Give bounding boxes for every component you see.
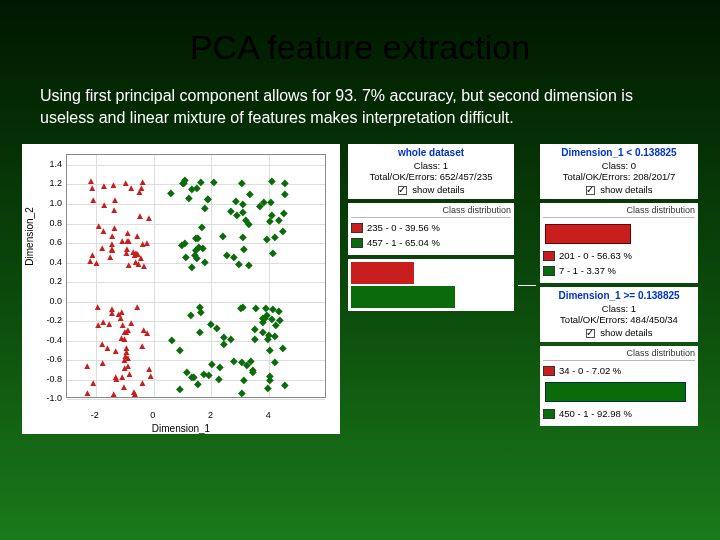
y-tick: -1.0 [22, 393, 62, 403]
point-class0-icon: ▲ [112, 374, 122, 384]
scatter-plot: Dimension_2 Dimension_1 ▲▲▲▲▲▲▲▲▲▲▲▲▲▲▲▲… [22, 144, 340, 434]
point-class1-icon: ◆ [245, 219, 253, 229]
checkbox-icon[interactable] [586, 329, 595, 338]
point-class1-icon: ◆ [281, 178, 289, 188]
dist-label: 450 - 1 - 92.98 % [559, 408, 632, 419]
point-class1-icon: ◆ [196, 302, 204, 312]
point-class1-icon: ◆ [187, 310, 195, 320]
point-class0-icon: ▲ [83, 388, 93, 398]
dist-label: 7 - 1 - 3.37 % [559, 265, 616, 276]
point-class0-icon: ▲ [129, 387, 139, 397]
show-details-toggle[interactable]: show details [545, 327, 693, 338]
checkbox-icon[interactable] [586, 186, 595, 195]
content-row: Dimension_2 Dimension_1 ▲▲▲▲▲▲▲▲▲▲▲▲▲▲▲▲… [0, 144, 720, 434]
point-class0-icon: ▲ [109, 389, 119, 399]
point-class1-icon: ◆ [263, 310, 271, 320]
point-class0-icon: ▲ [116, 313, 126, 323]
point-class1-icon: ◆ [215, 374, 223, 384]
tree-root-node: whole dataset Class: 1 Total/OK/Errors: … [348, 144, 514, 199]
point-class1-icon: ◆ [245, 260, 253, 270]
swatch-class1-icon [543, 409, 555, 419]
point-class1-icon: ◆ [246, 189, 254, 199]
point-class0-icon: ▲ [111, 346, 121, 356]
show-details-label: show details [412, 184, 464, 195]
point-class0-icon: ▲ [135, 187, 145, 197]
point-class1-icon: ◆ [267, 197, 275, 207]
point-class0-icon: ▲ [132, 302, 142, 312]
point-class0-icon: ▲ [121, 343, 131, 353]
slide-title: PCA feature extraction [0, 0, 720, 77]
swatch-class0-icon [543, 251, 555, 261]
dist-label: 457 - 1 - 65.04 % [367, 237, 440, 248]
point-class0-icon: ▲ [109, 205, 119, 215]
point-class1-icon: ◆ [276, 315, 284, 325]
point-class0-icon: ▲ [99, 200, 109, 210]
point-class1-icon: ◆ [240, 375, 248, 385]
y-tick: 1.0 [22, 198, 62, 208]
point-class1-icon: ◆ [269, 248, 277, 258]
node-class: Class: 1 [545, 303, 693, 314]
point-class1-icon: ◆ [182, 252, 190, 262]
distribution-title: Class distribution [351, 205, 511, 218]
point-class1-icon: ◆ [190, 372, 198, 382]
point-class0-icon: ▲ [107, 231, 117, 241]
point-class1-icon: ◆ [256, 201, 264, 211]
dist-row: 450 - 1 - 92.98 % [543, 408, 695, 419]
point-class1-icon: ◆ [279, 343, 287, 353]
root-class-distribution: Class distribution 235 - 0 - 39.56 % 457… [348, 203, 514, 255]
y-tick: -0.6 [22, 354, 62, 364]
point-class1-icon: ◆ [196, 327, 204, 337]
point-class1-icon: ◆ [281, 380, 289, 390]
node-stats: Total/OK/Errors: 484/450/34 [545, 314, 693, 325]
point-class1-icon: ◆ [198, 222, 206, 232]
point-class0-icon: ▲ [98, 358, 108, 368]
point-class0-icon: ▲ [138, 239, 148, 249]
node-header: whole dataset [353, 147, 509, 158]
point-class1-icon: ◆ [181, 238, 189, 248]
point-class1-icon: ◆ [176, 384, 184, 394]
node-header: Dimension_1 >= 0.138825 [545, 290, 693, 301]
point-class1-icon: ◆ [191, 250, 199, 260]
point-class1-icon: ◆ [238, 388, 246, 398]
bar-class0 [545, 224, 631, 244]
point-class1-icon: ◆ [185, 193, 193, 203]
x-tick: 2 [200, 410, 220, 420]
dist-label: 201 - 0 - 56.63 % [559, 250, 632, 261]
point-class1-icon: ◆ [238, 178, 246, 188]
point-class1-icon: ◆ [268, 176, 276, 186]
right-class-distribution: Class distribution 34 - 0 - 7.02 % 450 -… [540, 346, 698, 426]
point-class1-icon: ◆ [232, 196, 240, 206]
root-bar-chart [348, 259, 514, 311]
point-class0-icon: ▲ [146, 371, 156, 381]
show-details-toggle[interactable]: show details [353, 184, 509, 195]
tree-connector-icon [518, 144, 536, 426]
point-class0-icon: ▲ [137, 341, 147, 351]
checkbox-icon[interactable] [398, 186, 407, 195]
slide-body-text: Using first principal component allows f… [0, 77, 720, 144]
tree-left-child-node: Dimension_1 < 0.138825 Class: 0 Total/OK… [540, 144, 698, 199]
y-tick: -0.4 [22, 335, 62, 345]
point-class1-icon: ◆ [266, 345, 274, 355]
point-class1-icon: ◆ [227, 206, 235, 216]
point-class0-icon: ▲ [142, 328, 152, 338]
left-class-distribution: Class distribution 201 - 0 - 56.63 % 7 -… [540, 203, 698, 283]
node-class: Class: 0 [545, 160, 693, 171]
point-class1-icon: ◆ [235, 259, 243, 269]
point-class0-icon: ▲ [88, 378, 98, 388]
plot-area: ▲▲▲▲▲▲▲▲▲▲▲▲▲▲▲▲▲▲▲▲▲▲▲▲▲▲▲▲▲▲▲▲▲▲▲▲▲▲▲▲… [66, 154, 326, 398]
point-class1-icon: ◆ [220, 339, 228, 349]
point-class0-icon: ▲ [109, 180, 119, 190]
y-tick: 0.2 [22, 276, 62, 286]
point-class0-icon: ▲ [92, 258, 102, 268]
point-class0-icon: ▲ [82, 361, 92, 371]
point-class1-icon: ◆ [266, 371, 274, 381]
dist-label: 34 - 0 - 7.02 % [559, 365, 621, 376]
dist-label: 235 - 0 - 39.56 % [367, 222, 440, 233]
point-class1-icon: ◆ [252, 303, 260, 313]
show-details-toggle[interactable]: show details [545, 184, 693, 195]
point-class0-icon: ▲ [97, 339, 107, 349]
dist-row: 457 - 1 - 65.04 % [351, 237, 511, 248]
point-class1-icon: ◆ [240, 244, 248, 254]
y-tick: 0.6 [22, 237, 62, 247]
point-class0-icon: ▲ [144, 213, 154, 223]
